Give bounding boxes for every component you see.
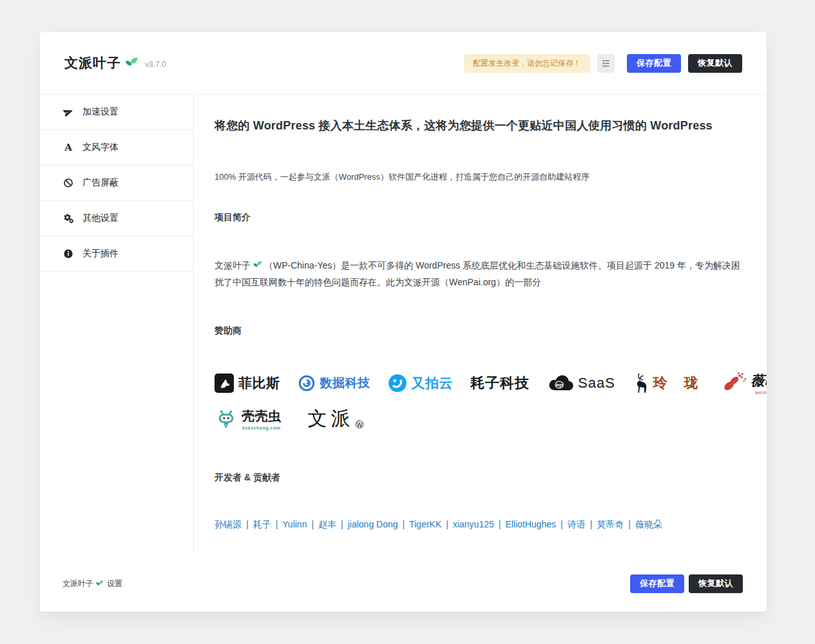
- contributor-link[interactable]: 莫蒂奇: [597, 519, 624, 529]
- ban-icon: [62, 178, 74, 188]
- footer-brand: 文派叶子 设置: [62, 578, 122, 589]
- deer-icon: [633, 372, 649, 394]
- sidebar-item-label: 关于插件: [82, 248, 119, 260]
- sponsor-label: 薇晓朵®: [751, 372, 767, 390]
- contributor-separator: |: [628, 519, 631, 529]
- sponsor-label: SaaS: [578, 375, 615, 392]
- footer-actions: 保存配置 恢复默认: [630, 574, 743, 593]
- unsaved-changes-badge: 配置发生改变，请勿忘记保存！: [464, 54, 590, 73]
- contributor-separator: |: [276, 519, 278, 529]
- contributor-separator: |: [499, 519, 501, 529]
- sponsor-haozi[interactable]: 耗子科技: [470, 374, 530, 393]
- contributor-link[interactable]: 赵丰: [318, 519, 336, 529]
- contributor-separator: |: [561, 519, 563, 529]
- contributor-separator: |: [403, 519, 405, 529]
- sponsor-upyun[interactable]: 又拍云: [388, 374, 454, 393]
- contributor-link[interactable]: 孙锡源: [215, 519, 242, 529]
- header: 文派叶子 v3.7.0 配置发生改变，请勿忘记保存！ 保存配置 恢复默认: [40, 32, 767, 95]
- section-title-contributors: 开发者 & 贡献者: [215, 472, 741, 484]
- header-actions: 配置发生改变，请勿忘记保存！ 保存配置 恢复默认: [464, 54, 742, 73]
- fold-sidebar-icon[interactable]: [597, 54, 615, 73]
- restore-defaults-button[interactable]: 恢复默认: [688, 54, 742, 73]
- feibisi-rabbit-icon: [215, 374, 234, 393]
- leaf-icon-footer: [95, 580, 104, 588]
- contributor-separator: |: [446, 519, 448, 529]
- sponsor-row-2: 壳壳虫 kekechong.com 文派 Ⓦ: [215, 406, 741, 432]
- footer-app-title: 文派叶子: [62, 578, 93, 589]
- paper-plane-icon: [62, 107, 74, 117]
- sponsor-wenpai[interactable]: 文派 Ⓦ: [308, 406, 364, 432]
- sponsor-label: 数掘科技: [320, 375, 370, 392]
- leaf-logo-icon: [124, 56, 139, 70]
- contributor-separator: |: [341, 519, 343, 529]
- shujue-logo-icon: [298, 374, 316, 392]
- sponsor-shujue[interactable]: 数掘科技: [298, 374, 370, 392]
- contributor-link[interactable]: TigerKK: [409, 519, 441, 529]
- contributor-link[interactable]: ElliotHughes: [505, 519, 556, 529]
- save-config-button-footer[interactable]: 保存配置: [630, 574, 684, 593]
- contributor-link[interactable]: 薇晓朵: [635, 519, 662, 529]
- body: 加速设置 A 文风字体 广告屏蔽: [40, 95, 767, 555]
- footer-settings-label: 设置: [107, 578, 122, 589]
- save-config-button[interactable]: 保存配置: [627, 54, 681, 73]
- sponsor-label: 耗子科技: [470, 374, 530, 393]
- sponsor-feibisi[interactable]: 菲比斯: [215, 374, 280, 393]
- contributor-link[interactable]: 耗子: [253, 519, 271, 529]
- app-version: v3.7.0: [145, 60, 166, 69]
- leaf-icon-inline: [253, 260, 262, 270]
- sponsor-label: 又拍云: [412, 374, 454, 392]
- restore-defaults-button-footer[interactable]: 恢复默认: [689, 574, 743, 593]
- sidebar-item-other[interactable]: 其他设置: [40, 201, 193, 236]
- page-subtitle: 100% 开源代码，一起参与文派（WordPress）软件国产化进程，打造属于您…: [215, 171, 741, 183]
- sidebar-item-adblock[interactable]: 广告屏蔽: [40, 166, 193, 201]
- butterfly-icon: [722, 371, 747, 395]
- bug-mascot-icon: [215, 408, 238, 431]
- section-title-sponsors: 赞助商: [215, 325, 741, 337]
- app-brand: 文派叶子 v3.7.0: [64, 54, 166, 72]
- sidebar-item-acceleration[interactable]: 加速设置: [40, 95, 193, 130]
- sponsor-label: 菲比斯: [238, 374, 280, 392]
- sponsor-weixiaoduo[interactable]: 薇晓朵® weixiaoduo.com: [722, 371, 767, 395]
- w-circle-icon: Ⓦ: [356, 419, 364, 431]
- sponsor-kekechong[interactable]: 壳壳虫 kekechong.com: [215, 408, 282, 431]
- wp-cloud-icon: wp: [547, 374, 575, 393]
- contributor-separator: |: [590, 519, 593, 529]
- font-icon: A: [62, 143, 74, 153]
- contributor-link[interactable]: xianyu125: [453, 519, 494, 529]
- contributor-link[interactable]: 诗语: [568, 519, 586, 529]
- sidebar: 加速设置 A 文风字体 广告屏蔽: [40, 95, 194, 555]
- app-title: 文派叶子: [64, 54, 121, 72]
- contributor-link[interactable]: Yulinn: [282, 519, 307, 529]
- settings-window: 文派叶子 v3.7.0 配置发生改变，请勿忘记保存！ 保存配置 恢复默认: [40, 32, 767, 612]
- gears-icon: [62, 213, 74, 224]
- sidebar-item-label: 广告屏蔽: [82, 177, 119, 189]
- main-content: 将您的 WordPress 接入本土生态体系，这将为您提供一个更贴近中国人使用习…: [194, 95, 767, 555]
- sponsor-logos: 菲比斯 数掘科技: [215, 371, 741, 432]
- upyun-logo-icon: [388, 374, 407, 393]
- sponsor-linglong[interactable]: 玲 珑: [633, 372, 704, 394]
- section-title-about: 项目简介: [215, 212, 741, 223]
- sponsor-wp-saas[interactable]: wp SaaS: [547, 374, 615, 393]
- footer: 文派叶子 设置 保存配置 恢复默认: [40, 555, 767, 612]
- contributors-list: 孙锡源|耗子|Yulinn|赵丰|jialong Dong|TigerKK|xi…: [215, 519, 741, 531]
- sponsor-row-1: 菲比斯 数掘科技: [215, 371, 741, 395]
- page-title: 将您的 WordPress 接入本土生态体系，这将为您提供一个更贴近中国人使用习…: [215, 118, 741, 134]
- sponsor-domain: weixiaoduo.com: [755, 390, 767, 395]
- sidebar-item-label: 其他设置: [82, 213, 119, 224]
- sponsor-domain: kekechong.com: [242, 426, 280, 430]
- contributor-link[interactable]: jialong Dong: [348, 519, 398, 529]
- svg-text:wp: wp: [556, 382, 563, 388]
- contributor-separator: |: [246, 519, 249, 529]
- sponsor-label: 玲 珑: [653, 374, 704, 393]
- sponsor-label: 文派: [308, 406, 354, 432]
- sidebar-item-fonts[interactable]: A 文风字体: [40, 130, 193, 166]
- sidebar-item-label: 加速设置: [82, 106, 119, 118]
- sidebar-item-label: 文风字体: [82, 142, 119, 153]
- sidebar-item-about[interactable]: 关于插件: [40, 236, 193, 272]
- sponsor-label: 壳壳虫: [242, 408, 282, 425]
- info-circle-icon: [62, 249, 74, 259]
- contributor-separator: |: [311, 519, 314, 529]
- about-paragraph: 文派叶子（WP-China-Yes）是一款不可多得的 WordPress 系统底…: [215, 257, 741, 290]
